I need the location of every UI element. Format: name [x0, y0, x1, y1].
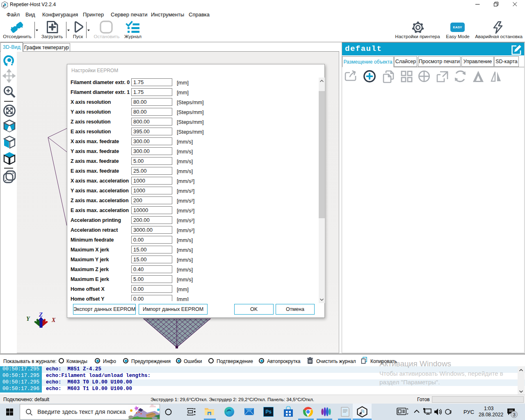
svg-text:Z: Z: [39, 311, 43, 318]
svg-text:Y: Y: [26, 316, 30, 322]
svg-text:X: X: [51, 317, 56, 323]
